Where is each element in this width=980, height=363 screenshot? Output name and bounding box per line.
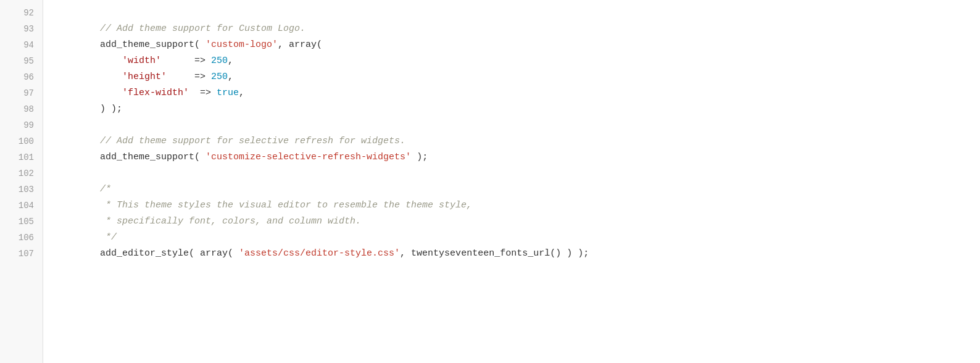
code-token: // Add theme support for Custom Logo.	[56, 22, 305, 36]
code-token: , twentyseventeen_fonts_url() ) );	[400, 246, 589, 261]
line-number: 103	[0, 182, 43, 198]
code-line: ) );	[43, 101, 980, 117]
line-number: 94	[0, 37, 43, 53]
code-token: =>	[189, 86, 217, 101]
code-line: * specifically font, colors, and column …	[43, 214, 980, 230]
line-number: 99	[0, 117, 43, 133]
code-token: 'height'	[122, 70, 167, 85]
code-token: 'width'	[122, 54, 161, 69]
code-line: add_theme_support( 'custom-logo', array(	[43, 37, 980, 53]
code-token: ,	[239, 86, 244, 101]
code-viewer: 9293949596979899100101102103104105106107…	[0, 0, 980, 363]
code-token: ,	[228, 54, 233, 69]
code-token: =>	[161, 54, 211, 69]
code-token: 'assets/css/editor-style.css'	[239, 246, 400, 261]
code-token: add_theme_support	[56, 150, 194, 165]
code-token: 'customize-selective-refresh-widgets'	[206, 150, 411, 165]
code-token: * This theme styles the visual editor to…	[56, 198, 472, 213]
code-line	[43, 165, 980, 182]
code-line: 'height' => 250,	[43, 69, 980, 85]
line-number: 105	[0, 214, 43, 230]
line-number: 106	[0, 230, 43, 246]
code-token: add_theme_support	[56, 38, 194, 52]
line-number: 98	[0, 101, 43, 117]
code-token: /*	[56, 182, 111, 197]
code-token: true	[217, 86, 239, 101]
code-line: */	[43, 230, 980, 246]
line-number: 100	[0, 133, 43, 149]
code-token: ) );	[56, 102, 122, 117]
line-number: 92	[0, 5, 43, 21]
code-line: * This theme styles the visual editor to…	[43, 198, 980, 214]
code-token: add_editor_style	[56, 246, 189, 261]
code-token: // Add theme support for selective refre…	[56, 134, 405, 149]
code-line: 'flex-width' => true,	[43, 85, 980, 101]
code-line: // Add theme support for Custom Logo.	[43, 21, 980, 37]
code-token	[56, 86, 122, 101]
code-content: // Add theme support for Custom Logo. ad…	[43, 0, 980, 363]
code-token: ,	[228, 70, 233, 85]
line-number: 97	[0, 85, 43, 101]
line-number-gutter: 9293949596979899100101102103104105106107	[0, 0, 43, 363]
line-number: 96	[0, 69, 43, 85]
code-line: add_theme_support( 'customize-selective-…	[43, 149, 980, 165]
code-token: =>	[167, 70, 211, 85]
code-token	[56, 70, 122, 85]
line-number: 107	[0, 246, 43, 262]
code-token: 250	[211, 54, 228, 69]
line-number: 102	[0, 165, 43, 182]
code-line: /*	[43, 182, 980, 198]
code-line	[43, 5, 980, 21]
code-token: 'custom-logo'	[206, 38, 278, 52]
code-token: );	[411, 150, 428, 165]
code-token: ( array(	[189, 246, 239, 261]
line-number: 95	[0, 53, 43, 69]
code-line	[43, 117, 980, 133]
line-number: 104	[0, 198, 43, 214]
code-token: 'flex-width'	[122, 86, 189, 101]
code-token	[56, 54, 122, 69]
code-token: * specifically font, colors, and column …	[56, 214, 361, 229]
code-line: 'width' => 250,	[43, 53, 980, 69]
code-token: (	[194, 150, 206, 165]
code-token: , array(	[278, 38, 322, 52]
line-number: 93	[0, 21, 43, 37]
line-number: 101	[0, 149, 43, 165]
code-line: add_editor_style( array( 'assets/css/edi…	[43, 246, 980, 262]
code-token: 250	[211, 70, 228, 85]
code-token: */	[56, 230, 117, 245]
code-line: // Add theme support for selective refre…	[43, 133, 980, 149]
code-token: (	[194, 38, 206, 52]
